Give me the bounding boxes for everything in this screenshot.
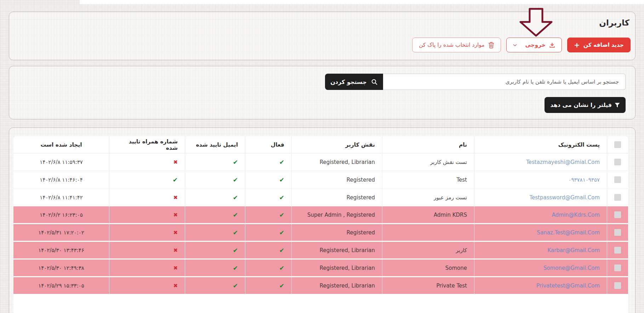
table-header-row: پست الکترونیک نام نقش کاربر فعال ایمیل ت…: [13, 136, 628, 153]
user-email-link[interactable]: Admin@Kdrs.Com: [552, 212, 600, 218]
cross-icon: ✖: [173, 194, 178, 201]
user-email-link[interactable]: Testazmayeshi@Gmial.Com: [526, 159, 600, 165]
created-at: ۱۴۰۲/۵/۲۹ ۱۵:۳۳:۰۵: [38, 283, 84, 289]
row-checkbox[interactable]: [614, 194, 621, 201]
search-card: جستجو کردن فیلتر را نشان می دهد: [9, 66, 636, 119]
row-checkbox[interactable]: [614, 211, 621, 218]
check-icon: ✔: [279, 282, 284, 289]
search-icon: [371, 79, 378, 85]
check-icon: ✔: [233, 282, 238, 289]
user-email-link[interactable]: Sanaz.Test@Gmail.Com: [537, 229, 600, 236]
header-name: نام: [382, 136, 474, 153]
user-email-link[interactable]: Somone@Gmail.Com: [543, 265, 600, 271]
check-icon: ✔: [173, 176, 178, 183]
plus-icon: +: [574, 41, 580, 49]
row-checkbox[interactable]: [614, 159, 621, 165]
delete-selected-button[interactable]: موارد انتخاب شده را پاک کن: [412, 38, 501, 52]
check-icon: ✔: [279, 211, 284, 218]
cross-icon: ✖: [173, 265, 178, 271]
search-button-label: جستجو کردن: [330, 79, 367, 85]
row-checkbox[interactable]: [614, 229, 621, 236]
user-role: Registered, Librarian: [320, 159, 375, 165]
table-row: Karbar@Gmail.ComکاربرRegistered, Librari…: [13, 242, 628, 260]
check-icon: ✔: [279, 229, 284, 236]
add-new-button[interactable]: جدید اضافه کن +: [567, 38, 631, 52]
add-new-label: جدید اضافه کن: [583, 42, 624, 48]
export-button[interactable]: خروجی: [506, 38, 562, 52]
user-name: کاربر: [456, 247, 467, 254]
download-icon: [549, 42, 555, 48]
table-row: ۰۹۳۷۸۱۰۹۳۵۷TestRegistered✔✔✔۱۴۰۲/۶/۸ ۱۱:…: [13, 171, 628, 189]
created-at: ۱۴۰۲/۶/۲ ۱۶:۲۳:۰۵: [40, 212, 83, 218]
users-table: پست الکترونیک نام نقش کاربر فعال ایمیل ت…: [13, 136, 628, 313]
check-icon: ✔: [279, 159, 284, 166]
user-email-link[interactable]: Testpassword@Gmail.Com: [529, 194, 600, 201]
toolbar: جدید اضافه کن + خروجی: [412, 38, 631, 52]
header-phone-confirmed: شماره همراه تایید شده: [109, 136, 185, 153]
user-name: Test: [456, 177, 467, 183]
table-row: Testpassword@Gmail.Comتست رمز عبورRegist…: [13, 189, 628, 206]
user-name: Admin KDRS: [434, 212, 467, 218]
check-icon: ✔: [233, 229, 238, 236]
created-at: ۱۴۰۲/۵/۳۱ ۱۷:۲۰:۰۲: [38, 229, 84, 236]
user-role: Super Admin , Registered: [307, 212, 375, 218]
user-name: تست رمز عبور: [434, 194, 467, 201]
row-checkbox[interactable]: [614, 282, 621, 289]
table-card: پست الکترونیک نام نقش کاربر فعال ایمیل ت…: [9, 127, 636, 313]
table-row: Privatetest@Gmail.ComPrivate TestRegiste…: [13, 277, 628, 295]
table-row: Somone@Gmail.ComSomoneRegistered, Librar…: [13, 260, 628, 277]
delete-selected-label: موارد انتخاب شده را پاک کن: [419, 42, 484, 48]
annotation-arrow-icon: [519, 8, 553, 38]
trash-icon: [488, 42, 494, 49]
created-at: ۱۴۰۲/۶/۸ ۱۱:۵۹:۳۷: [40, 159, 83, 165]
user-role: Registered, Librarian: [320, 265, 375, 271]
search-input[interactable]: [383, 74, 626, 90]
users-admin-page: { "page": { "title": "کاربران" }, "toolb…: [0, 0, 644, 313]
header-active: فعال: [245, 136, 291, 153]
check-icon: ✔: [233, 264, 238, 272]
search-group: جستجو کردن: [325, 74, 626, 90]
check-icon: ✔: [233, 247, 238, 254]
header-email-confirmed: ایمیل تایید شده: [185, 136, 245, 153]
user-email-link[interactable]: ۰۹۳۷۸۱۰۹۳۵۷: [568, 177, 600, 183]
users-table-body: Testazmayeshi@Gmial.Comتست نقش کاربرRegi…: [13, 153, 628, 295]
cross-icon: ✖: [173, 247, 178, 254]
cross-icon: ✖: [173, 159, 178, 165]
row-checkbox[interactable]: [614, 247, 621, 254]
cross-icon: ✖: [173, 229, 178, 236]
user-name: تست نقش کاربر: [430, 159, 467, 165]
chevron-down-icon: [513, 44, 517, 46]
top-white-strip: [80, 0, 644, 4]
header-role: نقش کاربر: [291, 136, 382, 153]
header-created: ایجاد شده است: [13, 136, 109, 153]
check-icon: ✔: [233, 176, 238, 183]
user-role: Registered: [347, 194, 375, 201]
show-filter-button[interactable]: فیلتر را نشان می دهد: [545, 97, 626, 113]
row-checkbox[interactable]: [614, 176, 621, 183]
table-row: Testazmayeshi@Gmial.Comتست نقش کاربرRegi…: [13, 153, 628, 171]
user-email-link[interactable]: Privatetest@Gmail.Com: [536, 283, 600, 289]
check-icon: ✔: [279, 176, 284, 183]
created-at: ۱۴۰۲/۶/۸ ۱۱:۴۶:۰۴: [40, 177, 83, 183]
check-icon: ✔: [279, 264, 284, 272]
row-checkbox[interactable]: [614, 264, 621, 271]
created-at: ۱۴۰۲/۵/۳۰ ۱۲:۴۹:۳۸: [38, 265, 84, 271]
filter-funnel-icon: [615, 103, 620, 108]
user-role: Registered: [347, 177, 375, 183]
search-button[interactable]: جستجو کردن: [325, 74, 383, 90]
user-name: Private Test: [436, 283, 467, 289]
table-row: Admin@Kdrs.ComAdmin KDRSSuper Admin , Re…: [13, 206, 628, 224]
check-icon: ✔: [233, 194, 238, 201]
show-filter-label: فیلتر را نشان می دهد: [550, 102, 612, 108]
user-name: Somone: [445, 265, 467, 271]
select-all-checkbox[interactable]: [614, 141, 621, 148]
table-row: Sanaz.Test@Gmail.ComRegistered✔✔✖۱۴۰۲/۵/…: [13, 224, 628, 242]
cross-icon: ✖: [173, 212, 178, 218]
check-icon: ✔: [233, 159, 238, 166]
created-at: ۱۴۰۲/۶/۸ ۱۱:۴۱:۴۲: [40, 194, 83, 201]
cross-icon: ✖: [173, 283, 178, 289]
header-email: پست الکترونیک: [474, 136, 607, 153]
page-title: کاربران: [599, 18, 629, 27]
export-label: خروجی: [525, 42, 546, 48]
user-email-link[interactable]: Karbar@Gmail.Com: [547, 247, 600, 254]
